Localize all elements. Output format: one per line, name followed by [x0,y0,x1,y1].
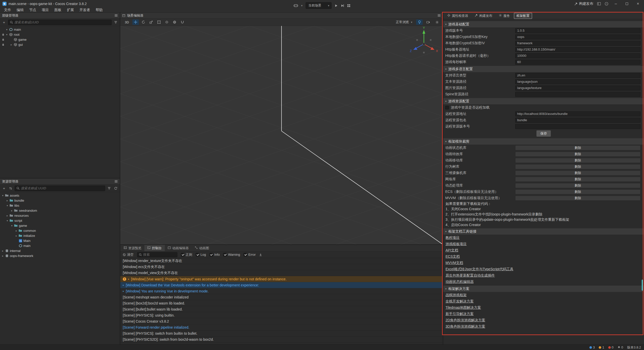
property-input[interactable]: 1.0.5 [515,28,640,33]
menu-item-2[interactable]: 节点 [27,8,39,12]
console-clear-button[interactable]: 清空 [123,252,134,257]
menu-item-5[interactable]: 扩展 [64,8,76,12]
doc-link[interactable]: 新手引导解决方案 [446,312,474,316]
scene-settings-gear-icon[interactable] [434,19,440,25]
refresh-icon[interactable] [113,186,118,191]
chevron-right-icon[interactable]: ▸ [6,214,9,217]
hierarchy-node-root[interactable]: ▾root [0,32,120,37]
console-message[interactable]: [Scene] [box2d]:box2d wasm lib loaded. [120,300,443,306]
asset-node-internal[interactable]: ▸internal [0,248,120,253]
doc-link[interactable]: 教程项目 [446,236,460,240]
panel-menu-icon[interactable] [114,14,118,17]
pivot-tool-icon[interactable] [164,19,170,25]
panel-menu-icon[interactable] [114,180,118,183]
menu-item-0[interactable]: 文件 [2,8,14,12]
console-filter-log[interactable]: Log [196,253,206,256]
status-notifications[interactable]: 0 [618,345,623,349]
chevron-down-icon[interactable]: ▾ [5,28,9,31]
checkbox-log[interactable] [196,253,199,256]
delete-button[interactable]: 删除 [515,189,640,194]
inspector-tab-service[interactable]: 服务 [496,13,512,19]
asset-node-game[interactable]: ▾game [0,223,120,228]
section-header[interactable]: ▾框架解决方案 [443,286,644,292]
chevron-right-icon[interactable]: ▸ [128,278,129,280]
chevron-right-icon[interactable]: ▸ [10,43,13,46]
add-asset-button[interactable]: + [2,186,7,191]
status-error-count[interactable]: 0 [608,345,614,349]
console-search-input[interactable] [137,252,177,257]
checkbox-error[interactable] [244,253,247,256]
chevron-down-icon[interactable]: ▾ [301,4,303,7]
menu-item-4[interactable]: 面板 [52,8,64,12]
inspector-scrollbar-thumb[interactable] [642,280,643,291]
checkbox-regex[interactable] [181,253,184,256]
build-publish-button[interactable]: 构建发布 [574,2,593,6]
console-message[interactable]: [Scene] Cocos Creator v3.8.2 [120,318,443,324]
console-filter-info[interactable]: Info [210,253,220,256]
inspector-tab-inspector[interactable]: 属性检查器 [445,13,471,19]
property-input[interactable]: bundle [515,118,640,123]
checkbox-info[interactable] [210,253,213,256]
asset-node-seedrandom[interactable]: ▸seedrandom [0,208,120,213]
property-input[interactable]: http://192.168.0.150/main/ [515,47,640,52]
console-filter-regex[interactable]: 正则 [181,252,192,257]
coordinate-space-icon[interactable] [171,19,178,25]
asset-node-resources[interactable]: ▸resources [0,213,120,218]
menu-item-1[interactable]: 编辑 [14,8,26,12]
asset-node-assets[interactable]: ▾assets [0,193,120,198]
console-message[interactable]: [Window] model_view文件夹不存在 [120,270,443,276]
checkbox-warning[interactable] [223,253,227,256]
doc-link[interactable]: 战棋游戏框架 [446,293,467,297]
section-header[interactable]: ▾框架文档工具链接 [443,228,644,235]
delete-button[interactable]: 删除 [515,152,640,157]
add-node-button[interactable]: + [2,20,7,25]
menu-item-7[interactable]: 帮助 [93,8,105,12]
scene-viewport[interactable]: Y X Z [120,26,443,244]
console-search-field[interactable] [143,253,176,256]
remote-load-checkbox[interactable] [445,106,449,109]
delete-button[interactable]: 删除 [515,145,640,150]
scale-tool-icon[interactable] [148,19,154,25]
console-message[interactable]: [Scene] meshopt wasm decoder initialized [120,294,443,300]
property-input[interactable]: language/texture [515,85,640,91]
console-message[interactable]: [Window] render_texture文件夹不存在 [120,258,443,264]
maximize-button[interactable] [623,3,630,5]
doc-link[interactable]: 全栈开发解决方案 [446,299,474,304]
console-tab-anim[interactable]: 动画编辑器 [165,245,192,251]
console-message[interactable]: [Scene] [PHYSICS]: using builtin. [120,312,443,318]
hierarchy-search-field[interactable] [14,20,110,24]
asset-node-script[interactable]: ▾script [0,218,120,223]
asset-node-main[interactable]: TSMain [0,238,120,243]
hierarchy-node-game[interactable]: game [0,37,120,42]
chevron-right-icon[interactable]: ▸ [1,249,5,252]
assets-search-field[interactable] [21,186,103,190]
scene-select[interactable]: 当前场景 ▾ [306,2,332,9]
delete-button[interactable]: 删除 [515,183,640,188]
delete-button[interactable]: 删除 [515,164,640,169]
chevron-right-icon[interactable]: ▸ [123,284,124,286]
section-header[interactable]: ▾框架模块裁剪 [443,138,644,145]
property-input[interactable]: framework [515,41,640,46]
step-button[interactable] [341,4,344,7]
minimize-button[interactable]: – [612,2,619,6]
delete-button[interactable]: 删除 [515,196,640,201]
chevron-down-icon[interactable]: ▾ [1,194,5,197]
console-message[interactable]: ▸[Window] Download the Vue Devtools exte… [120,282,443,288]
property-input[interactable]: oops [515,34,640,39]
property-input[interactable] [515,124,640,129]
property-input[interactable]: http://localhost:8083/assets/bundle [515,111,640,116]
console-tab-preview[interactable]: 资源预览 [121,245,144,251]
section-header[interactable]: ▾游戏基础配置 [443,21,644,27]
console-filter-error[interactable]: Error [244,253,256,256]
move-tool-icon[interactable] [132,19,139,25]
console-message[interactable]: [Scene] [PHYSICS]: switch from builtin t… [120,330,443,336]
doc-link[interactable]: 原生包热更新配置自动生成插件 [446,273,495,278]
console-message[interactable]: [Scene] Forward render pipeline initiali… [120,324,443,330]
doc-link[interactable]: Excel格式转Json文件与TypeScript代码工具 [446,267,513,272]
status-warning-count[interactable]: 1 [599,345,604,349]
hierarchy-node-gui[interactable]: ▸gui [0,42,120,47]
asset-node-common[interactable]: ▸common [0,228,120,233]
section-header[interactable]: ▾游戏资源配置 [443,98,644,104]
hierarchy-search-input[interactable] [8,20,112,25]
chevron-right-icon[interactable]: ▸ [123,290,124,292]
